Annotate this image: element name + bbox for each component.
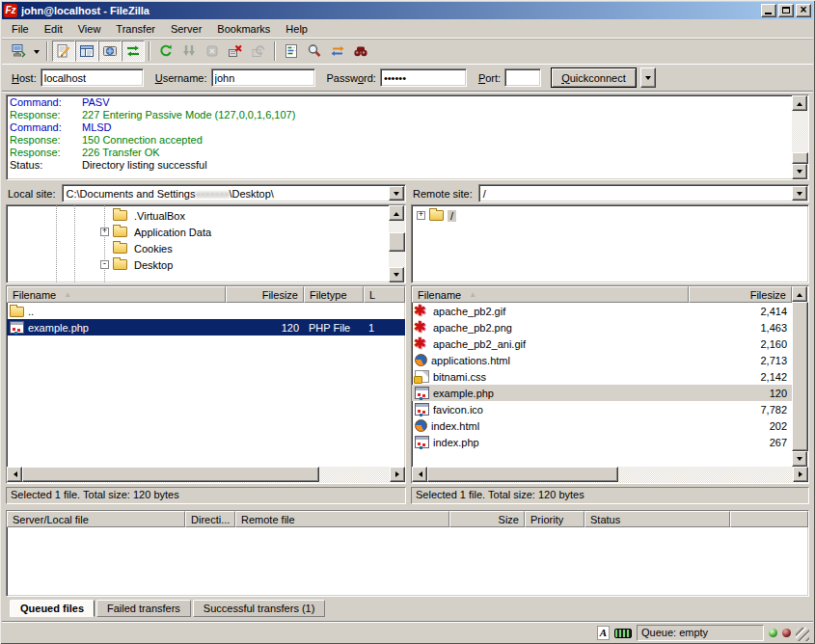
activity-led-green (769, 629, 777, 637)
scroll-up-button[interactable] (792, 286, 807, 302)
local-list-hscrollbar[interactable] (7, 467, 405, 483)
file-row[interactable]: example.php 120 (412, 385, 792, 401)
queue-tab[interactable]: Failed transfers (96, 600, 191, 617)
toggle-local-tree-button[interactable] (75, 40, 98, 62)
local-path-dropdown-button[interactable] (389, 186, 404, 201)
close-button[interactable] (796, 4, 811, 17)
menu-item[interactable]: View (70, 21, 109, 37)
log-scrollbar[interactable] (792, 95, 808, 179)
quickconnect-button[interactable]: Quickconnect (551, 67, 637, 88)
directory-comparison-button[interactable] (303, 40, 326, 62)
scroll-down-button[interactable] (792, 451, 807, 467)
site-manager-button[interactable] (7, 40, 30, 62)
synchronized-browsing-button[interactable] (326, 40, 349, 62)
toggle-remote-tree-button[interactable] (98, 40, 122, 62)
scroll-right-button[interactable] (793, 467, 808, 482)
quickconnect-dropdown-button[interactable] (640, 67, 656, 88)
file-name: index.php (433, 437, 479, 448)
scroll-up-button[interactable] (792, 95, 807, 111)
local-selection-status: Selected 1 file. Total size: 120 bytes (6, 487, 406, 504)
process-queue-icon (181, 43, 197, 59)
file-name: apache_pb2.png (433, 322, 512, 334)
tree-item[interactable]: + / (412, 207, 808, 224)
menu-item[interactable]: Bookmarks (209, 21, 278, 37)
scroll-left-button[interactable] (7, 467, 22, 482)
process-queue-button[interactable] (177, 40, 201, 62)
tree-item[interactable]: Cookies (7, 240, 389, 256)
column-header-last-modified[interactable]: L (364, 286, 405, 303)
file-type-icon (415, 403, 429, 416)
column-header-filetype[interactable]: Filetype (304, 286, 364, 303)
maximize-button[interactable] (778, 4, 794, 17)
menu-item[interactable]: Edit (37, 21, 70, 37)
menu-item[interactable]: File (4, 21, 37, 37)
local-tree-scrollbar[interactable] (389, 205, 405, 282)
file-row[interactable]: applications.html 2,713 (412, 352, 792, 368)
file-row[interactable]: bitnami.css 2,142 (412, 368, 792, 385)
toggle-message-log-button[interactable] (52, 40, 75, 62)
find-files-button[interactable] (349, 40, 372, 62)
file-row[interactable]: favicon.ico 7,782 (412, 401, 792, 417)
scrollbar-thumb[interactable] (427, 467, 618, 482)
refresh-button[interactable] (154, 40, 177, 62)
tree-item[interactable]: .VirtualBox (7, 207, 389, 224)
local-path-combobox[interactable]: C:\Documents and Settingsxxxxxxx\Desktop… (62, 184, 406, 202)
column-header-filename[interactable]: Filename (412, 286, 689, 303)
log-line-type: Command: (7, 121, 82, 134)
cancel-operation-button[interactable] (201, 40, 224, 62)
reconnect-button[interactable] (247, 40, 270, 62)
file-type-icon (10, 321, 24, 334)
password-input[interactable] (380, 68, 467, 87)
scrollbar-thumb[interactable] (389, 232, 405, 252)
file-row[interactable]: apache_pb2.gif 2,414 (412, 303, 792, 319)
toggle-transfer-queue-button[interactable] (122, 40, 145, 62)
column-header-direction[interactable]: Directi... (185, 511, 235, 527)
folder-icon (429, 210, 444, 221)
scrollbar-thumb[interactable] (792, 152, 808, 164)
file-row[interactable]: apache_pb2.png 1,463 (412, 319, 792, 335)
remote-path-combobox[interactable]: / (478, 184, 809, 202)
file-row[interactable]: .. (7, 303, 405, 319)
file-row[interactable]: example.php 120 PHP File 1 (7, 319, 405, 335)
tree-expander[interactable]: + (417, 211, 425, 220)
tree-item[interactable]: + Application Data (7, 224, 389, 240)
column-header-filesize[interactable]: Filesize (226, 286, 304, 303)
column-header-priority[interactable]: Priority (525, 511, 584, 527)
site-manager-icon (11, 43, 26, 59)
site-manager-dropdown-button[interactable] (30, 40, 42, 62)
scrollbar-thumb[interactable] (22, 467, 319, 482)
tree-expander[interactable]: + (100, 228, 109, 236)
column-header-size[interactable]: Size (449, 511, 525, 527)
menu-item[interactable]: Server (163, 21, 209, 37)
remote-list-hscrollbar[interactable] (412, 467, 808, 483)
scroll-right-button[interactable] (390, 467, 405, 482)
file-row[interactable]: apache_pb2_ani.gif 2,160 (412, 335, 792, 352)
menu-item[interactable]: Help (278, 21, 315, 37)
disconnect-button[interactable] (224, 40, 247, 62)
column-header-filesize[interactable]: Filesize (689, 286, 792, 303)
host-input[interactable] (41, 68, 144, 87)
resize-grip[interactable] (796, 628, 809, 641)
scrollbar-thumb[interactable] (792, 302, 808, 451)
column-header-remote-file[interactable]: Remote file (235, 511, 449, 527)
queue-tab[interactable]: Queued files (10, 600, 95, 617)
remote-list-vscrollbar[interactable] (792, 286, 808, 467)
scroll-up-button[interactable] (389, 205, 404, 221)
queue-tab[interactable]: Successful transfers (1) (193, 600, 326, 617)
tree-item[interactable]: - Desktop (7, 256, 389, 273)
column-header-status[interactable]: Status (584, 511, 730, 527)
remote-path-dropdown-button[interactable] (792, 186, 807, 201)
port-input[interactable] (504, 68, 541, 87)
file-row[interactable]: index.html 202 (412, 417, 792, 434)
minimize-button[interactable] (761, 4, 776, 17)
directory-listing-filters-button[interactable] (280, 40, 303, 62)
scroll-left-button[interactable] (412, 467, 427, 482)
file-row[interactable]: index.php 267 (412, 434, 792, 450)
username-input[interactable] (211, 68, 315, 87)
scroll-down-button[interactable] (389, 267, 404, 282)
tree-expander[interactable]: - (100, 260, 109, 269)
menu-item[interactable]: Transfer (108, 21, 163, 37)
column-header-server-local-file[interactable]: Server/Local file (7, 511, 185, 527)
scroll-down-button[interactable] (792, 164, 807, 179)
column-header-filename[interactable]: Filename (7, 286, 226, 303)
